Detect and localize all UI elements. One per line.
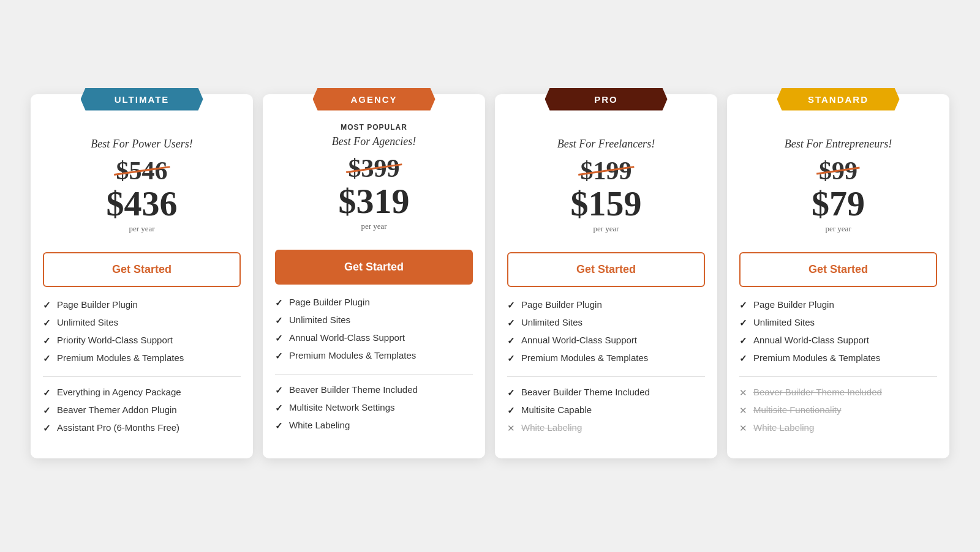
check-icon: ✓ bbox=[739, 318, 747, 329]
list-item: ✓Page Builder Plugin bbox=[275, 297, 473, 308]
check-icon: ✓ bbox=[507, 353, 515, 364]
check-icon: ✓ bbox=[43, 353, 51, 364]
feature-text: Multisite Functionality bbox=[753, 405, 841, 415]
cross-icon: ✕ bbox=[739, 387, 747, 398]
banner-label-pro: PRO bbox=[594, 94, 618, 105]
list-item: ✓Page Builder Plugin bbox=[507, 299, 705, 311]
feature-text: Everything in Agency Package bbox=[57, 387, 181, 397]
check-icon: ✓ bbox=[275, 351, 283, 362]
prices-ultimate: $546$436per year bbox=[107, 158, 178, 246]
check-icon: ✓ bbox=[275, 403, 283, 414]
pricing-card-agency: AGENCYMOST POPULARBest For Agencies!$399… bbox=[263, 94, 485, 458]
banner-wrap-ultimate: ULTIMATE bbox=[31, 88, 253, 111]
list-item: ✓White Labeling bbox=[275, 420, 473, 431]
card-body-pro: Best For Freelancers!$199$159per yearGet… bbox=[495, 123, 717, 440]
tagline-ultimate: Best For Power Users! bbox=[81, 138, 202, 151]
features-bottom-standard: ✕Beaver Builder Theme Included✕Multisite… bbox=[727, 387, 949, 440]
banner-ultimate: ULTIMATE bbox=[81, 88, 203, 111]
prices-pro: $199$159per year bbox=[571, 158, 642, 246]
list-item: ✓Annual World-Class Support bbox=[507, 335, 705, 346]
feature-text: Assistant Pro (6-Months Free) bbox=[57, 422, 179, 433]
check-icon: ✓ bbox=[507, 318, 515, 329]
features-top-ultimate: ✓Page Builder Plugin✓Unlimited Sites✓Pri… bbox=[31, 299, 253, 370]
check-icon: ✓ bbox=[43, 387, 51, 398]
list-item: ✕White Labeling bbox=[507, 422, 705, 434]
pricing-grid: ULTIMATEBest For Power Users!$546$436per… bbox=[31, 94, 949, 458]
tagline-pro: Best For Freelancers! bbox=[548, 138, 665, 151]
new-price-ultimate: $436 bbox=[107, 186, 178, 222]
check-icon: ✓ bbox=[43, 300, 51, 311]
features-bottom-agency: ✓Beaver Builder Theme Included✓Multisite… bbox=[263, 384, 485, 438]
banner-label-ultimate: ULTIMATE bbox=[115, 94, 170, 105]
feature-text: Page Builder Plugin bbox=[289, 297, 370, 307]
check-icon: ✓ bbox=[275, 333, 283, 344]
pricing-card-standard: STANDARDBest For Entrepreneurs!$99$79per… bbox=[727, 94, 949, 458]
cross-icon: ✕ bbox=[739, 423, 747, 434]
check-icon: ✓ bbox=[43, 335, 51, 346]
per-year-agency: per year bbox=[339, 222, 410, 231]
per-year-ultimate: per year bbox=[107, 224, 178, 234]
feature-text: Beaver Builder Theme Included bbox=[289, 384, 418, 395]
feature-text: Beaver Builder Theme Included bbox=[753, 387, 882, 397]
card-body-agency: MOST POPULARBest For Agencies!$399$319pe… bbox=[263, 123, 485, 440]
features-bottom-ultimate: ✓Everything in Agency Package✓Beaver The… bbox=[31, 387, 253, 440]
list-item: ✓Priority World-Class Support bbox=[43, 335, 241, 346]
banner-wrap-standard: STANDARD bbox=[727, 88, 949, 111]
list-item: ✓Multisite Capable bbox=[507, 405, 705, 416]
prices-agency: $399$319per year bbox=[339, 155, 410, 244]
get-started-btn-agency[interactable]: Get Started bbox=[275, 250, 473, 285]
divider-ultimate bbox=[43, 376, 241, 377]
feature-text: Annual World-Class Support bbox=[521, 335, 637, 345]
check-icon: ✓ bbox=[275, 420, 283, 431]
feature-text: Beaver Builder Theme Included bbox=[521, 387, 650, 397]
feature-text: Premium Modules & Templates bbox=[289, 350, 416, 360]
check-icon: ✓ bbox=[275, 385, 283, 396]
list-item: ✓Beaver Themer Addon Plugin bbox=[43, 405, 241, 416]
check-icon: ✓ bbox=[275, 315, 283, 326]
check-icon: ✓ bbox=[739, 300, 747, 311]
check-icon: ✓ bbox=[43, 405, 51, 416]
feature-text: Premium Modules & Templates bbox=[521, 352, 648, 363]
old-price-agency: $399 bbox=[349, 155, 400, 181]
banner-label-agency: AGENCY bbox=[350, 94, 397, 105]
list-item: ✓Premium Modules & Templates bbox=[507, 352, 705, 364]
list-item: ✓Multisite Network Settings bbox=[275, 402, 473, 414]
new-price-pro: $159 bbox=[571, 186, 642, 222]
list-item: ✓Beaver Builder Theme Included bbox=[507, 387, 705, 398]
tagline-agency: Best For Agencies! bbox=[322, 135, 426, 148]
feature-text: Unlimited Sites bbox=[289, 315, 350, 325]
banner-pro: PRO bbox=[545, 88, 668, 111]
get-started-btn-ultimate[interactable]: Get Started bbox=[43, 252, 241, 287]
feature-text: White Labeling bbox=[753, 422, 814, 433]
list-item: ✓Page Builder Plugin bbox=[739, 299, 937, 311]
get-started-btn-pro[interactable]: Get Started bbox=[507, 252, 705, 287]
list-item: ✓Unlimited Sites bbox=[43, 317, 241, 329]
list-item: ✕Multisite Functionality bbox=[739, 405, 937, 416]
pricing-card-pro: PROBest For Freelancers!$199$159per year… bbox=[495, 94, 717, 458]
check-icon: ✓ bbox=[43, 318, 51, 329]
prices-standard: $99$79per year bbox=[812, 158, 865, 246]
list-item: ✕White Labeling bbox=[739, 422, 937, 434]
cross-icon: ✕ bbox=[739, 405, 747, 416]
check-icon: ✓ bbox=[507, 335, 515, 346]
list-item: ✓Assistant Pro (6-Months Free) bbox=[43, 422, 241, 434]
feature-text: White Labeling bbox=[521, 422, 582, 433]
check-icon: ✓ bbox=[507, 300, 515, 311]
list-item: ✓Annual World-Class Support bbox=[275, 332, 473, 344]
features-top-agency: ✓Page Builder Plugin✓Unlimited Sites✓Ann… bbox=[263, 297, 485, 368]
feature-text: Page Builder Plugin bbox=[57, 299, 138, 310]
check-icon: ✓ bbox=[739, 335, 747, 346]
old-price-ultimate: $546 bbox=[116, 158, 168, 184]
list-item: ✓Unlimited Sites bbox=[507, 317, 705, 329]
get-started-btn-standard[interactable]: Get Started bbox=[739, 252, 937, 287]
feature-text: Multisite Network Settings bbox=[289, 402, 395, 412]
list-item: ✓Unlimited Sites bbox=[739, 317, 937, 329]
card-body-ultimate: Best For Power Users!$546$436per yearGet… bbox=[31, 123, 253, 440]
feature-text: White Labeling bbox=[289, 420, 350, 430]
features-bottom-pro: ✓Beaver Builder Theme Included✓Multisite… bbox=[495, 387, 717, 440]
list-item: ✓Everything in Agency Package bbox=[43, 387, 241, 398]
feature-text: Priority World-Class Support bbox=[57, 335, 173, 345]
banner-standard: STANDARD bbox=[777, 88, 900, 111]
banner-wrap-pro: PRO bbox=[495, 88, 717, 111]
check-icon: ✓ bbox=[739, 353, 747, 364]
